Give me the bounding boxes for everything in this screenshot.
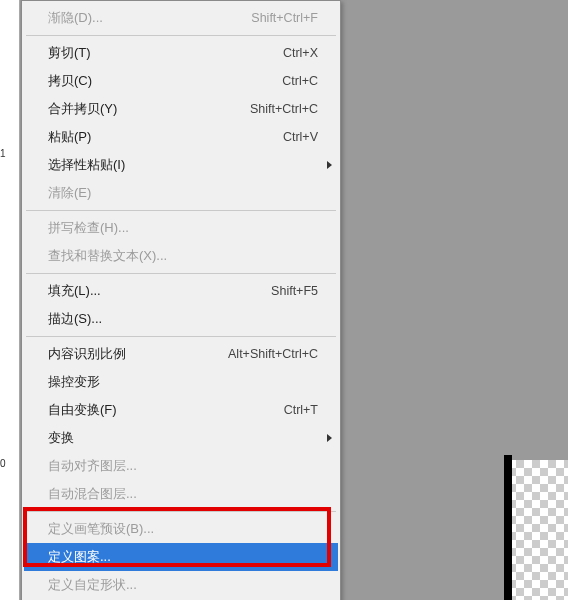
menu-item-find-replace[interactable]: 查找和替换文本(X)... (24, 242, 338, 270)
menu-shortcut: Shift+Ctrl+F (251, 11, 318, 25)
menu-shortcut: Shift+F5 (271, 284, 318, 298)
menu-item-fill[interactable]: 填充(L)... Shift+F5 (24, 277, 338, 305)
menu-item-puppet-warp[interactable]: 操控变形 (24, 368, 338, 396)
menu-separator (26, 336, 336, 337)
menu-shortcut: Ctrl+T (284, 403, 318, 417)
menu-shortcut: Ctrl+X (283, 46, 318, 60)
menu-label: 自由变换(F) (48, 401, 117, 419)
menu-shortcut: Ctrl+V (283, 130, 318, 144)
menu-item-define-pattern[interactable]: 定义图案... (24, 543, 338, 571)
menu-label: 填充(L)... (48, 282, 101, 300)
menu-item-transform[interactable]: 变换 (24, 424, 338, 452)
menu-label: 定义画笔预设(B)... (48, 520, 154, 538)
menu-item-fade[interactable]: 渐隐(D)... Shift+Ctrl+F (24, 4, 338, 32)
menu-label: 自动对齐图层... (48, 457, 137, 475)
menu-item-cut[interactable]: 剪切(T) Ctrl+X (24, 39, 338, 67)
menu-label: 定义自定形状... (48, 576, 137, 594)
menu-label: 合并拷贝(Y) (48, 100, 117, 118)
menu-item-define-brush[interactable]: 定义画笔预设(B)... (24, 515, 338, 543)
menu-item-clear[interactable]: 清除(E) (24, 179, 338, 207)
menu-item-paste-special[interactable]: 选择性粘贴(I) (24, 151, 338, 179)
canvas-edge (504, 455, 512, 600)
menu-item-copy[interactable]: 拷贝(C) Ctrl+C (24, 67, 338, 95)
menu-separator (26, 35, 336, 36)
menu-item-define-shape[interactable]: 定义自定形状... (24, 571, 338, 599)
menu-label: 定义图案... (48, 548, 111, 566)
menu-label: 操控变形 (48, 373, 100, 391)
menu-shortcut: Alt+Shift+Ctrl+C (228, 347, 318, 361)
chevron-right-icon (327, 434, 332, 442)
menu-label: 查找和替换文本(X)... (48, 247, 167, 265)
menu-item-paste[interactable]: 粘贴(P) Ctrl+V (24, 123, 338, 151)
menu-item-auto-blend[interactable]: 自动混合图层... (24, 480, 338, 508)
menu-label: 清除(E) (48, 184, 91, 202)
menu-separator (26, 511, 336, 512)
menu-label: 变换 (48, 429, 74, 447)
menu-label: 描边(S)... (48, 310, 102, 328)
menu-item-copy-merged[interactable]: 合并拷贝(Y) Shift+Ctrl+C (24, 95, 338, 123)
menu-label: 自动混合图层... (48, 485, 137, 503)
ruler-tick: 1 (0, 148, 6, 159)
menu-label: 选择性粘贴(I) (48, 156, 125, 174)
menu-separator (26, 273, 336, 274)
menu-label: 粘贴(P) (48, 128, 91, 146)
menu-label: 剪切(T) (48, 44, 91, 62)
menu-item-auto-align[interactable]: 自动对齐图层... (24, 452, 338, 480)
menu-item-content-aware-scale[interactable]: 内容识别比例 Alt+Shift+Ctrl+C (24, 340, 338, 368)
edit-menu: 渐隐(D)... Shift+Ctrl+F 剪切(T) Ctrl+X 拷贝(C)… (21, 0, 341, 600)
menu-item-stroke[interactable]: 描边(S)... (24, 305, 338, 333)
transparency-checker (508, 460, 568, 600)
menu-separator (26, 210, 336, 211)
menu-label: 拼写检查(H)... (48, 219, 129, 237)
chevron-right-icon (327, 161, 332, 169)
menu-item-free-transform[interactable]: 自由变换(F) Ctrl+T (24, 396, 338, 424)
vertical-ruler: 1 0 (0, 0, 20, 600)
menu-label: 内容识别比例 (48, 345, 126, 363)
menu-label: 拷贝(C) (48, 72, 92, 90)
menu-label: 渐隐(D)... (48, 9, 103, 27)
menu-item-spellcheck[interactable]: 拼写检查(H)... (24, 214, 338, 242)
ruler-tick: 0 (0, 458, 6, 469)
menu-shortcut: Ctrl+C (282, 74, 318, 88)
menu-shortcut: Shift+Ctrl+C (250, 102, 318, 116)
